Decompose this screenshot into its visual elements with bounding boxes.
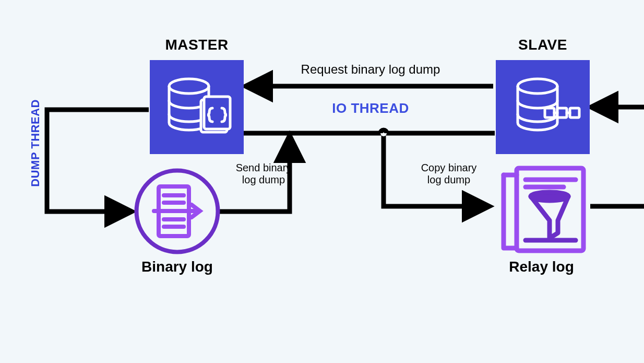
master-node	[150, 60, 244, 154]
relay-log-label: Relay log	[493, 259, 590, 275]
svg-point-1	[169, 79, 209, 93]
svg-rect-5	[545, 108, 554, 118]
svg-rect-7	[570, 108, 579, 118]
slave-title: SLAVE	[496, 37, 590, 53]
copy-binlog-l2: log dump	[427, 174, 470, 185]
slave-node	[496, 60, 590, 154]
send-binlog-l2: log dump	[242, 174, 285, 185]
binary-log-node	[134, 168, 220, 254]
copy-binlog-l1: Copy binary	[421, 162, 477, 173]
dump-thread-label: DUMP THREAD	[29, 99, 42, 187]
svg-point-4	[518, 79, 557, 93]
send-binlog-l1: Send binary	[236, 162, 292, 173]
copy-binlog-label: Copy binary log dump	[410, 162, 488, 186]
master-title: MASTER	[150, 37, 244, 53]
binary-log-icon	[134, 168, 220, 254]
svg-rect-6	[557, 108, 567, 118]
request-binlog-label: Request binary log dump	[274, 63, 467, 76]
binary-log-label: Binary log	[129, 259, 225, 275]
relay-log-icon	[493, 162, 590, 256]
database-code-icon	[150, 60, 244, 154]
relay-log-node	[493, 162, 590, 256]
send-binlog-label: Send binary log dump	[224, 162, 303, 186]
database-replica-icon	[496, 60, 590, 154]
io-thread-label: IO THREAD	[274, 100, 467, 116]
